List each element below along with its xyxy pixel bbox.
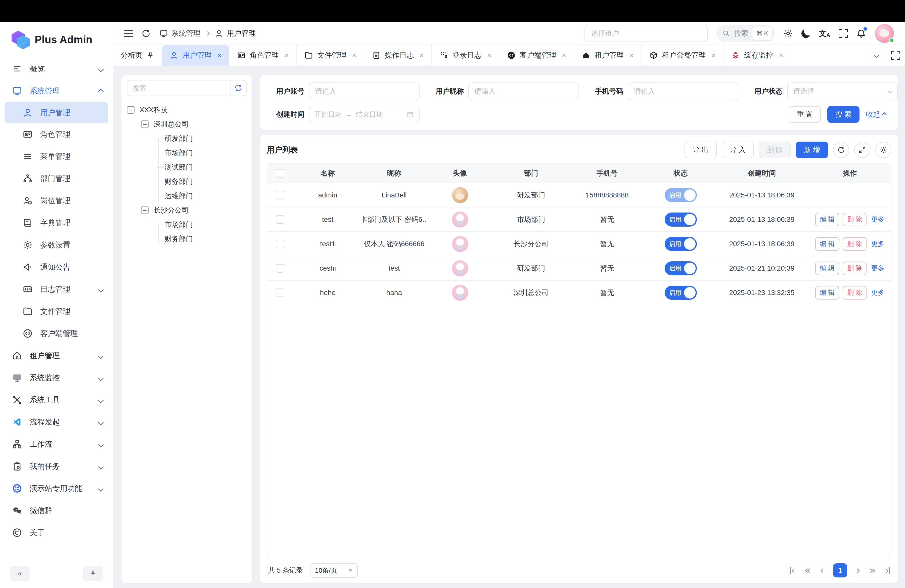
refresh-page-button[interactable] (141, 29, 151, 38)
delete-row-button[interactable]: 删 除 (843, 286, 867, 300)
sidebar-item-tenant-management[interactable]: 租户管理 (0, 345, 113, 367)
tab-refresh-layout-button[interactable] (886, 45, 905, 66)
sidebar-item-param-settings[interactable]: 参数设置 (0, 234, 113, 256)
jump-back-button[interactable]: « (804, 565, 811, 576)
collapse-sidebar-button[interactable]: « (10, 566, 30, 581)
sidebar-item-role-management[interactable]: 角色管理 (0, 123, 113, 145)
tab-client-management[interactable]: 客户端管理 × (499, 45, 574, 66)
more-button[interactable]: 更多 (871, 264, 884, 273)
delete-button[interactable]: 删 除 (759, 141, 791, 158)
refresh-table-button[interactable] (833, 142, 849, 158)
close-icon[interactable]: × (711, 51, 716, 60)
import-button[interactable]: 导 入 (722, 141, 754, 158)
edit-button[interactable]: 编 辑 (815, 262, 839, 275)
delete-row-button[interactable]: 删 除 (843, 213, 867, 226)
current-page[interactable]: 1 (833, 563, 847, 577)
more-button[interactable]: 更多 (871, 240, 884, 248)
tree-collapse-icon[interactable] (127, 106, 135, 114)
tree-search-input[interactable] (127, 84, 230, 92)
page-size-select[interactable]: 10条/页 (310, 563, 358, 578)
sidebar-item-overview[interactable]: 概览 (0, 58, 113, 80)
tree-node-market-dept[interactable]: 市场部门 (127, 146, 247, 160)
next-page-button[interactable]: › (856, 565, 861, 576)
tree-node-finance-dept[interactable]: 财务部门 (127, 174, 247, 189)
tab-analysis[interactable]: 分析页 (113, 45, 162, 66)
sidebar-item-system-management[interactable]: 系统管理 (0, 80, 113, 102)
close-icon[interactable]: × (284, 51, 289, 60)
tree-node-company[interactable]: XXX科技 (127, 103, 247, 117)
delete-row-button[interactable]: 删 除 (843, 237, 867, 251)
row-checkbox[interactable] (276, 240, 284, 248)
sidebar-item-about[interactable]: 关于 (0, 521, 113, 544)
row-checkbox[interactable] (276, 264, 284, 273)
search-button[interactable]: 搜 索 (827, 106, 859, 123)
close-icon[interactable]: × (419, 51, 424, 60)
close-icon[interactable]: × (629, 51, 634, 60)
tab-list-dropdown-button[interactable] (867, 45, 886, 66)
global-search-button[interactable]: 搜索 ⌘ K (716, 25, 775, 42)
close-icon[interactable]: × (562, 51, 566, 60)
column-settings-button[interactable] (875, 142, 891, 158)
status-toggle[interactable]: 启用 (665, 188, 697, 202)
tab-login-log[interactable]: 登录日志 × (432, 45, 499, 66)
select-all-checkbox[interactable] (276, 169, 284, 178)
edit-button[interactable]: 编 辑 (815, 237, 839, 251)
sidebar-item-dict-management[interactable]: 字典管理 (0, 212, 113, 234)
delete-row-button[interactable]: 删 除 (843, 262, 867, 275)
tree-refresh-button[interactable] (230, 81, 246, 95)
status-toggle[interactable]: 启用 (665, 213, 697, 227)
hamburger-menu-button[interactable] (124, 30, 133, 37)
tree-node-cs-market-dept[interactable]: 市场部门 (127, 217, 247, 232)
edit-button[interactable]: 编 辑 (815, 213, 839, 226)
nickname-input[interactable] (468, 83, 579, 100)
breadcrumb-section[interactable]: 系统管理 (171, 29, 201, 38)
more-button[interactable]: 更多 (871, 288, 884, 297)
sidebar-item-workflow[interactable]: 工作流 (0, 433, 113, 455)
sidebar-item-log-management[interactable]: 日志管理 (0, 278, 113, 300)
tab-tenant-management[interactable]: 租户管理 × (574, 45, 641, 66)
last-page-button[interactable]: › (885, 565, 890, 576)
edit-button[interactable]: 编 辑 (815, 286, 839, 300)
notifications-button[interactable] (856, 29, 866, 38)
sidebar-item-user-management[interactable]: 用户管理 (5, 102, 108, 123)
language-switch-button[interactable]: 文A (819, 30, 830, 37)
jump-forward-button[interactable]: » (870, 565, 876, 576)
tree-node-changsha-branch[interactable]: 长沙分公司 (127, 203, 247, 217)
pin-sidebar-button[interactable] (83, 566, 103, 581)
tree-collapse-icon[interactable] (141, 121, 149, 128)
tree-node-rd-dept[interactable]: 研发部门 (127, 131, 247, 146)
dark-mode-button[interactable] (802, 29, 810, 38)
tab-operation-log[interactable]: 操作日志 × (364, 45, 432, 66)
close-icon[interactable]: × (487, 51, 491, 60)
user-avatar[interactable] (875, 24, 894, 43)
tab-tenant-package-management[interactable]: 租户套餐管理 × (641, 45, 724, 66)
tree-node-shenzhen-hq[interactable]: 深圳总公司 (127, 117, 247, 131)
table-fullscreen-button[interactable] (854, 142, 870, 158)
tab-cache-monitor[interactable]: 缓存监控 × (724, 45, 791, 66)
tab-file-management[interactable]: 文件管理 × (297, 45, 364, 66)
account-input[interactable] (309, 83, 419, 100)
tab-role-management[interactable]: 角色管理 × (229, 45, 297, 66)
row-checkbox[interactable] (276, 288, 284, 297)
sidebar-item-department-management[interactable]: 部门管理 (0, 167, 113, 190)
date-range-picker[interactable]: 开始日期 → 结束日期 (309, 106, 419, 123)
fullscreen-button[interactable] (838, 29, 848, 38)
tab-user-management[interactable]: 用户管理 × (162, 45, 229, 66)
tenant-select-input[interactable] (584, 25, 708, 42)
status-select[interactable]: 请选择 (787, 83, 898, 100)
sidebar-item-post-management[interactable]: 岗位管理 (0, 190, 113, 212)
sidebar-item-process-start[interactable]: 流程发起 (0, 411, 113, 433)
sidebar-item-system-tools[interactable]: 系统工具 (0, 389, 113, 411)
tree-node-test-dept[interactable]: 测试部门 (127, 160, 247, 174)
close-icon[interactable]: × (217, 51, 222, 60)
more-button[interactable]: 更多 (871, 215, 884, 224)
row-checkbox[interactable] (276, 215, 284, 224)
sidebar-item-notice[interactable]: 通知公告 (0, 256, 113, 278)
add-button[interactable]: 新 增 (796, 141, 828, 158)
sidebar-item-file-management[interactable]: 文件管理 (0, 300, 113, 323)
reset-button[interactable]: 重 置 (789, 106, 821, 123)
export-button[interactable]: 导 出 (684, 141, 717, 158)
row-checkbox[interactable] (276, 191, 284, 199)
close-icon[interactable]: × (352, 51, 356, 60)
sidebar-item-client-management[interactable]: 客户端管理 (0, 323, 113, 345)
